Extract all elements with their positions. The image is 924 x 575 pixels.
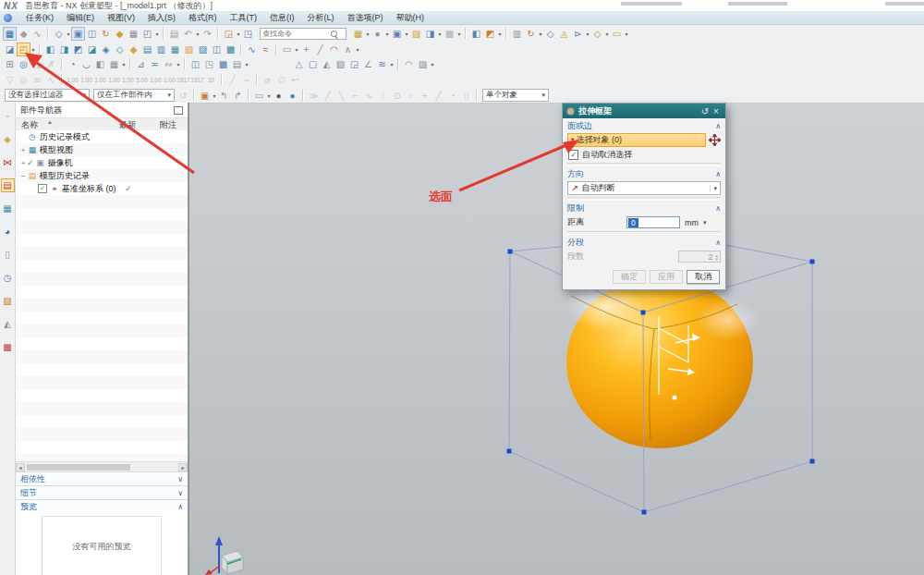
parameter-value-icon[interactable]: 1.00 — [107, 77, 121, 83]
auto-deselect-checkbox[interactable]: ✓ 自动取消选择 — [568, 149, 721, 161]
snap-corner-icon[interactable]: ⌐ — [348, 89, 362, 103]
spline-poles-icon[interactable]: ∿ — [44, 73, 58, 87]
undo-icon[interactable]: ↶ — [181, 27, 195, 41]
segment-count-stepper[interactable]: 2 ▴▾ — [678, 251, 721, 263]
limits-section-header[interactable]: 限制 ∧ — [567, 202, 721, 214]
rotate-frame-icon[interactable]: ◎ — [17, 57, 30, 71]
chevron-down-icon[interactable]: ▾ — [30, 46, 36, 53]
select-next-icon[interactable]: ↱ — [231, 89, 245, 103]
select-object-row[interactable]: * 选择对象 (0) — [567, 133, 706, 147]
tree-row-history-mode[interactable]: ◷历史记录模式 — [16, 130, 188, 143]
studio-spline-icon[interactable]: ∧ — [341, 43, 355, 56]
tree-expander-icon[interactable]: + — [19, 159, 27, 167]
menu-item-format[interactable]: 格式(R) — [182, 12, 224, 24]
close-button[interactable] — [885, 2, 924, 6]
refit-face-icon[interactable]: ∾ — [162, 57, 176, 71]
extrude-frame-icon[interactable]: ◰ — [17, 43, 30, 56]
wireframe-view-icon[interactable]: ◫ — [85, 27, 99, 41]
tree-row-datum-csys[interactable]: ✓⌖基准坐标系 (0)✓ — [16, 182, 188, 195]
marquee-select-icon[interactable]: ▭ — [252, 89, 266, 103]
menu-item-analysis[interactable]: 分析(L) — [301, 12, 341, 24]
constraint-display-icon[interactable]: ▽ — [3, 73, 17, 87]
pin-icon[interactable]: ◦ — [1, 109, 15, 123]
quad-display-icon[interactable]: ▢ — [306, 57, 320, 71]
cage-display-icon[interactable]: ▧ — [334, 57, 347, 71]
parameter-value-icon[interactable]: 10 — [204, 77, 218, 83]
menu-item-information[interactable]: 信息(I) — [263, 12, 301, 24]
triangle-display-icon[interactable]: △ — [292, 57, 306, 71]
selection-scope-dropdown[interactable]: 仅在工作部件内▾ — [93, 89, 175, 102]
unit-dropdown-icon[interactable]: ▾ — [703, 219, 707, 226]
arc-icon[interactable]: ◠ — [327, 43, 341, 56]
distance-input[interactable]: 0 — [626, 216, 680, 228]
chevron-down-icon[interactable]: ▾ — [176, 61, 181, 67]
highlight-faces-icon[interactable]: ● — [272, 89, 286, 103]
set-weight-icon[interactable]: ✗ — [44, 57, 58, 71]
chevron-down-icon[interactable]: ▾ — [456, 31, 462, 37]
revolve-frame-icon[interactable]: ◈ — [99, 43, 113, 56]
shaded-view-icon[interactable]: ▣ — [71, 27, 85, 41]
chevron-up-icon[interactable]: ∧ — [715, 122, 721, 130]
undock-window-icon[interactable] — [174, 106, 183, 115]
sew-icon[interactable]: ◡ — [79, 57, 93, 71]
tree-expander-icon[interactable]: − — [19, 172, 27, 180]
curvature-comb-icon[interactable]: ◠ — [402, 57, 416, 71]
chevron-up-icon[interactable]: ∧ — [715, 239, 721, 247]
reset-icon[interactable]: ↺ — [699, 106, 711, 116]
chevron-down-icon[interactable]: ▾ — [154, 31, 160, 37]
viewport-background[interactable] — [189, 103, 924, 575]
redo-icon[interactable]: ↷ — [201, 27, 214, 41]
datum-plane-icon[interactable]: ◇ — [590, 27, 604, 41]
tree-row-model-views[interactable]: +▦模型视图 — [16, 143, 188, 156]
window-layout-icon[interactable]: ▦ — [351, 27, 365, 41]
work-layer-icon[interactable]: ▣ — [390, 27, 404, 41]
project-curve-icon[interactable]: ⊿ — [134, 57, 148, 71]
menu-item-insert[interactable]: 插入(S) — [141, 12, 182, 24]
snap-pole-icon[interactable]: ↑ — [376, 89, 390, 103]
array-icon[interactable]: ▩ — [216, 57, 230, 71]
direction-dropdown[interactable]: ↗ 自动判断 ▾ — [567, 181, 721, 195]
dialog-close-icon[interactable]: × — [711, 106, 722, 116]
snap-endpoint-icon[interactable]: ≫ — [307, 89, 321, 103]
dialog-titlebar[interactable]: 拉伸框架 ↺ × — [563, 104, 725, 118]
snap-control-point-icon[interactable]: ╲ — [334, 89, 348, 103]
copy-icon[interactable]: ◳ — [241, 27, 255, 41]
open-folder-icon[interactable]: ▨ — [409, 27, 423, 41]
feature-icon[interactable]: ◆ — [17, 27, 30, 41]
transform-frame-icon[interactable]: ⊞ — [3, 57, 17, 71]
direct-sketch-icon[interactable]: ▦ — [3, 27, 17, 41]
menu-item-edit[interactable]: 编辑(E) — [60, 12, 101, 24]
line-icon[interactable]: ╱ — [313, 43, 327, 56]
smooth-display-icon[interactable]: ◭ — [320, 57, 334, 71]
snap-midpoint-icon[interactable]: ╱ — [321, 89, 334, 103]
reflection-analysis-icon[interactable]: ≋ — [375, 57, 389, 71]
scale-frame-icon[interactable]: ◮ — [30, 57, 44, 71]
edit-curve-icon[interactable]: ╱ — [225, 73, 239, 87]
direction-section-header[interactable]: 方向 ∧ — [567, 168, 721, 180]
shaded-select-icon[interactable]: ● — [286, 89, 299, 103]
chevron-up-icon[interactable]: ∧ — [715, 170, 721, 178]
sweep-frame-icon[interactable]: ◩ — [71, 43, 85, 56]
parameter-value-icon[interactable]: 1.00 — [79, 77, 93, 83]
roles-icon[interactable]: ◭ — [1, 317, 15, 331]
move-handles-icon[interactable] — [709, 134, 721, 146]
snap-point-on-curve-icon[interactable]: ╱ — [432, 89, 445, 103]
cancel-button[interactable]: 取消 — [687, 270, 720, 284]
face-edge-section-header[interactable]: 面或边 ∧ — [567, 120, 721, 132]
snap-face-point-icon[interactable]: ▯ — [459, 89, 473, 103]
chevron-down-icon[interactable]: ▾ — [497, 31, 503, 37]
maximize-button[interactable] — [728, 2, 787, 6]
parameter-value-icon[interactable]: 1.00 — [66, 77, 79, 83]
assembly-navigator-icon[interactable]: ◈ — [1, 132, 15, 146]
more-tools-icon[interactable]: ▤ — [230, 57, 244, 71]
edit-section-icon[interactable]: ◩ — [483, 27, 497, 41]
chevron-down-icon[interactable]: ▾ — [430, 61, 435, 67]
copy-frame-icon[interactable]: ◇ — [113, 43, 127, 56]
chevron-down-icon[interactable]: ▾ — [389, 61, 395, 67]
chevron-down-icon[interactable]: ▾ — [710, 185, 717, 192]
selection-mode-dropdown[interactable]: 单个对象▾ — [482, 89, 549, 102]
chevron-down-icon[interactable]: ▾ — [624, 31, 629, 37]
menu-item-help[interactable]: 帮助(H) — [390, 12, 432, 24]
ok-button[interactable]: 确定 — [613, 270, 646, 284]
search-input[interactable] — [262, 30, 329, 38]
